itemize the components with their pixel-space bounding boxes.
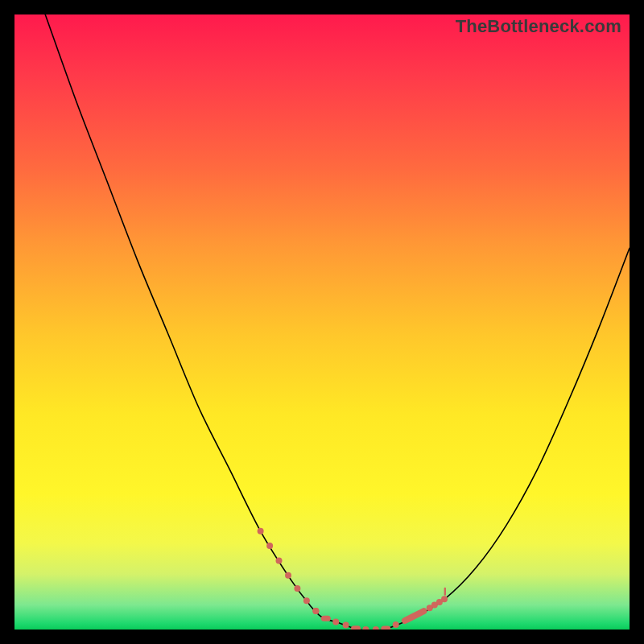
svg-point-2 — [276, 557, 283, 564]
svg-point-1 — [266, 543, 273, 549]
svg-point-15 — [393, 621, 399, 628]
svg-point-19 — [436, 599, 443, 605]
svg-point-9 — [332, 619, 339, 625]
chart-svg — [14, 14, 630, 630]
svg-rect-21 — [444, 588, 446, 596]
svg-point-0 — [258, 528, 264, 535]
svg-point-13 — [373, 626, 379, 630]
svg-point-3 — [285, 572, 291, 579]
svg-point-20 — [441, 596, 448, 602]
svg-point-10 — [343, 622, 349, 629]
svg-point-17 — [427, 605, 433, 611]
svg-rect-8 — [321, 616, 331, 621]
bottleneck-curve — [45, 14, 630, 630]
svg-point-6 — [312, 608, 319, 614]
svg-point-4 — [294, 585, 300, 592]
svg-rect-16 — [401, 607, 428, 625]
svg-rect-11 — [351, 625, 361, 630]
watermark-text: TheBottleneck.com — [456, 16, 621, 37]
svg-point-7 — [312, 608, 319, 614]
svg-rect-14 — [381, 625, 390, 630]
svg-point-12 — [362, 626, 369, 630]
chart-plot-area: TheBottleneck.com — [14, 14, 630, 630]
curve-markers — [258, 528, 448, 630]
svg-point-5 — [303, 597, 310, 604]
svg-point-18 — [431, 602, 438, 609]
